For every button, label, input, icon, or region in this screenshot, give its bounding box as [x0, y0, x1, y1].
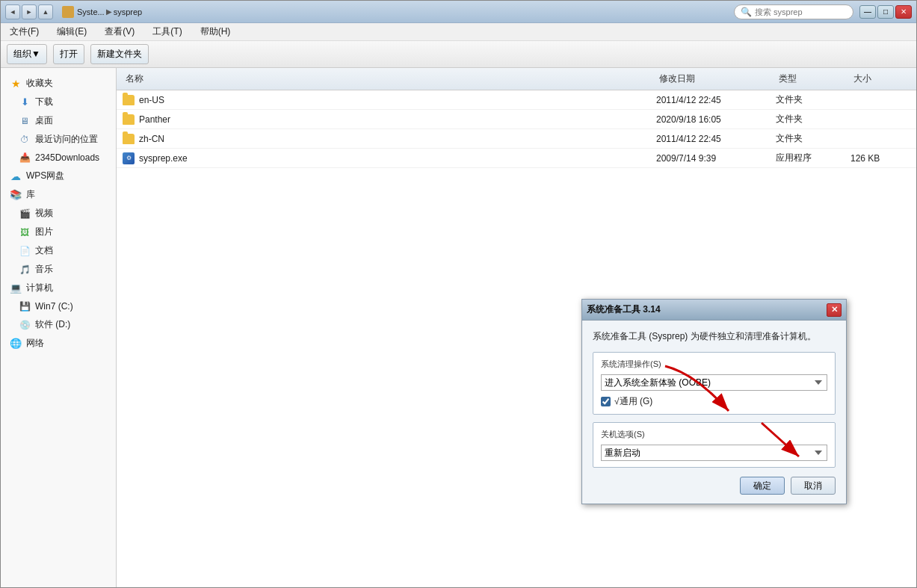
sidebar-computer-label: 计算机	[26, 282, 53, 294]
address-path: Syste... ▶ sysprep	[77, 7, 731, 16]
sidebar-item-recent[interactable]: ⏱ 最近访问的位置	[1, 130, 116, 149]
col-type[interactable]: 类型	[776, 71, 850, 87]
sidebar-image-label: 图片	[35, 226, 53, 238]
sidebar-item-wps[interactable]: ☁ WPS网盘	[1, 167, 116, 185]
file-type: 文件夹	[776, 132, 850, 145]
sidebar-item-2345[interactable]: 📥 2345Downloads	[1, 149, 116, 167]
downloads2-icon: 📥	[19, 152, 31, 164]
sidebar-drive-c-label: Win7 (C:)	[35, 301, 73, 312]
dialog-generalize-checkbox[interactable]	[601, 397, 611, 406]
col-date[interactable]: 修改日期	[656, 71, 776, 87]
table-row[interactable]: ⚙ sysprep.exe 2009/7/14 9:39 应用程序 126 KB	[117, 149, 916, 168]
file-date: 2020/9/18 16:05	[656, 114, 776, 125]
sidebar-item-favorites-header: ★ 收藏夹	[1, 74, 116, 93]
table-row[interactable]: zh-CN 2011/4/12 22:45 文件夹	[117, 129, 916, 149]
drive-c-icon: 💾	[19, 300, 31, 312]
recent-icon: ⏱	[19, 134, 31, 146]
sysprep-dialog[interactable]: 系统准备工具 3.14 ✕ 系统准备工具 (Sysprep) 为硬件独立和清理准…	[581, 299, 847, 504]
sidebar-item-drive-d[interactable]: 💿 软件 (D:)	[1, 315, 116, 334]
file-name-cell: Panther	[123, 114, 656, 125]
sidebar-download-label: 下载	[35, 96, 53, 108]
image-icon: 🖼	[19, 226, 31, 238]
sidebar-item-network[interactable]: 🌐 网络	[1, 334, 116, 353]
file-list-header: 名称 修改日期 类型 大小	[117, 68, 916, 90]
sidebar-2345-label: 2345Downloads	[35, 152, 99, 163]
file-date: 2009/7/14 9:39	[656, 153, 776, 164]
dialog-title-bar: 系统准备工具 3.14 ✕	[582, 300, 846, 321]
sidebar-item-desktop[interactable]: 🖥 桌面	[1, 111, 116, 130]
dialog-cancel-button[interactable]: 取消	[791, 477, 836, 495]
video-icon: 🎬	[19, 208, 31, 220]
dialog-title: 系统准备工具 3.14	[587, 303, 661, 316]
dialog-action-select[interactable]: 进入系统全新体验 (OOBE)	[601, 374, 827, 391]
menu-edit[interactable]: 编辑(E)	[54, 24, 90, 40]
dialog-body: 系统准备工具 (Sysprep) 为硬件独立和清理准备计算机。 系统清理操作(S…	[582, 321, 846, 504]
sidebar-item-video[interactable]: 🎬 视频	[1, 204, 116, 223]
search-box[interactable]: 🔍	[734, 4, 853, 19]
download-icon: ⬇	[19, 96, 31, 108]
nav-buttons: ◄ ► ▲	[5, 4, 53, 19]
computer-icon: 💻	[10, 282, 22, 294]
dialog-action-label: 系统清理操作(S)	[601, 359, 827, 370]
sidebar-drive-d-label: 软件 (D:)	[35, 318, 70, 331]
sidebar-wps-label: WPS网盘	[26, 170, 64, 182]
dialog-shutdown-label: 关机选项(S)	[601, 429, 827, 440]
path-part-2[interactable]: sysprep	[114, 7, 143, 16]
sidebar-network-label: 网络	[26, 337, 44, 350]
sidebar-favorites-label: 收藏夹	[26, 77, 53, 90]
file-name: zh-CN	[139, 134, 164, 144]
new-folder-button[interactable]: 新建文件夹	[90, 44, 149, 64]
maximize-button[interactable]: □	[877, 5, 894, 19]
dialog-generalize-label: √通用 (G)	[614, 395, 652, 408]
sidebar-item-image[interactable]: 🖼 图片	[1, 223, 116, 241]
menu-view[interactable]: 查看(V)	[102, 24, 138, 40]
sidebar-item-docs[interactable]: 📄 文档	[1, 241, 116, 260]
open-button[interactable]: 打开	[53, 44, 84, 64]
close-button[interactable]: ✕	[895, 5, 912, 19]
file-date: 2011/4/12 22:45	[656, 95, 776, 105]
window-controls: — □ ✕	[859, 5, 912, 19]
dialog-ok-button[interactable]: 确定	[740, 477, 785, 495]
menu-help[interactable]: 帮助(H)	[197, 24, 234, 40]
minimize-button[interactable]: —	[859, 5, 876, 19]
back-button[interactable]: ◄	[5, 4, 20, 19]
menu-file[interactable]: 文件(F)	[7, 24, 42, 40]
path-part-1[interactable]: Syste...	[77, 7, 105, 16]
sidebar-recent-label: 最近访问的位置	[35, 133, 98, 146]
music-icon: 🎵	[19, 264, 31, 276]
dialog-description: 系统准备工具 (Sysprep) 为硬件独立和清理准备计算机。	[593, 329, 836, 343]
file-type: 应用程序	[776, 152, 850, 164]
dialog-shutdown-select[interactable]: 重新启动	[601, 445, 827, 461]
search-input[interactable]	[755, 7, 845, 16]
menu-tools[interactable]: 工具(T)	[149, 24, 185, 40]
sidebar-library-label: 库	[26, 188, 35, 201]
file-type: 文件夹	[776, 93, 850, 106]
dialog-close-button[interactable]: ✕	[827, 303, 842, 317]
library-icon: 📚	[10, 189, 22, 201]
file-name-cell: zh-CN	[123, 134, 656, 144]
drive-d-icon: 💿	[19, 319, 31, 331]
menu-bar: 文件(F) 编辑(E) 查看(V) 工具(T) 帮助(H)	[1, 23, 916, 41]
sidebar-video-label: 视频	[35, 207, 53, 220]
title-bar: ◄ ► ▲ Syste... ▶ sysprep 🔍 — □ ✕	[1, 1, 916, 23]
table-row[interactable]: en-US 2011/4/12 22:45 文件夹	[117, 90, 916, 110]
cloud-icon: ☁	[10, 170, 22, 182]
folder-icon	[62, 6, 74, 18]
toolbar: 组织▼ 打开 新建文件夹	[1, 41, 916, 68]
search-icon: 🔍	[741, 7, 752, 17]
table-row[interactable]: Panther 2020/9/18 16:05 文件夹	[117, 110, 916, 129]
desktop-icon: 🖥	[19, 115, 31, 127]
file-name: en-US	[139, 95, 164, 105]
up-button[interactable]: ▲	[38, 4, 53, 19]
dialog-generalize-row: √通用 (G)	[601, 395, 827, 408]
file-type: 文件夹	[776, 113, 850, 126]
sidebar-docs-label: 文档	[35, 244, 53, 257]
sidebar-item-music[interactable]: 🎵 音乐	[1, 260, 116, 279]
file-name-cell: ⚙ sysprep.exe	[123, 152, 656, 164]
sidebar-item-download[interactable]: ⬇ 下载	[1, 93, 116, 111]
forward-button[interactable]: ►	[22, 4, 37, 19]
col-size[interactable]: 大小	[850, 71, 910, 87]
col-name[interactable]: 名称	[123, 71, 656, 87]
organize-button[interactable]: 组织▼	[7, 44, 47, 64]
sidebar-item-drive-c[interactable]: 💾 Win7 (C:)	[1, 297, 116, 315]
